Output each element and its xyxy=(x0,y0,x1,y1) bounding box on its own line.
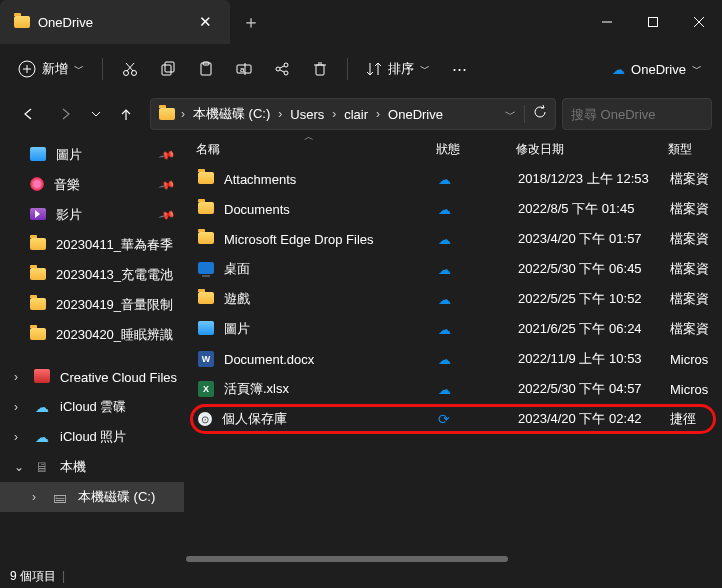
active-tab[interactable]: OneDrive ✕ xyxy=(0,0,230,44)
svg-point-8 xyxy=(132,71,137,76)
chevron-right-icon: › xyxy=(179,107,187,121)
sidebar-item[interactable]: 20230413_充電電池 xyxy=(0,260,184,290)
sidebar-item-label: 20230419_音量限制 xyxy=(56,296,173,314)
paste-button[interactable] xyxy=(189,55,223,83)
chevron-down-icon[interactable]: ﹀ xyxy=(505,107,516,122)
sidebar-item[interactable]: 圖片📌 xyxy=(0,140,184,170)
item-count: 9 個項目 xyxy=(10,568,56,585)
sidebar-item[interactable]: 20230419_音量限制 xyxy=(0,290,184,320)
cloud-icon: ☁ xyxy=(438,352,451,367)
file-type: 檔案資 xyxy=(670,320,722,338)
file-date: 2018/12/23 上午 12:53 xyxy=(518,170,670,188)
file-type: 檔案資 xyxy=(670,230,722,248)
music-icon xyxy=(30,177,44,194)
crumb-clair[interactable]: clair xyxy=(342,107,370,122)
file-row[interactable]: Attachments ☁ 2018/12/23 上午 12:53 檔案資 xyxy=(184,164,722,194)
file-row[interactable]: 桌面 ☁ 2022/5/30 下午 06:45 檔案資 xyxy=(184,254,722,284)
icloud-icon: ☁ xyxy=(34,399,50,415)
file-name: 圖片 xyxy=(224,320,250,338)
search-box[interactable] xyxy=(562,98,712,130)
share-button[interactable] xyxy=(265,55,299,83)
new-button[interactable]: 新增 ﹀ xyxy=(10,54,92,84)
crumb-drive[interactable]: 本機磁碟 (C:) xyxy=(191,105,272,123)
folder-icon xyxy=(30,328,46,343)
recent-button[interactable] xyxy=(86,98,106,130)
column-type[interactable]: 類型 xyxy=(668,142,692,156)
divider: | xyxy=(62,569,65,583)
sidebar-item[interactable]: › ☁ iCloud 雲碟 xyxy=(0,392,184,422)
cc-icon xyxy=(34,369,50,386)
forward-button[interactable] xyxy=(48,98,84,130)
crumb-users[interactable]: Users xyxy=(288,107,326,122)
sidebar-item[interactable]: 20230411_華為春季 xyxy=(0,230,184,260)
file-row[interactable]: Documents ☁ 2022/8/5 下午 01:45 檔案資 xyxy=(184,194,722,224)
onedrive-label: OneDrive xyxy=(631,62,686,77)
file-name: 活頁簿.xlsx xyxy=(224,380,289,398)
search-input[interactable] xyxy=(571,107,722,122)
column-date[interactable]: 修改日期 xyxy=(516,142,564,156)
horizontal-scrollbar[interactable] xyxy=(186,554,722,564)
maximize-button[interactable] xyxy=(630,0,676,44)
sidebar-item[interactable]: 音樂📌 xyxy=(0,170,184,200)
file-type: Micros xyxy=(670,382,722,397)
excel-icon: X xyxy=(198,381,214,397)
file-date: 2022/11/9 上午 10:53 xyxy=(518,350,670,368)
sidebar-item-drive[interactable]: › 🖴 本機磁碟 (C:) xyxy=(0,482,184,512)
delete-button[interactable] xyxy=(303,55,337,83)
cut-button[interactable] xyxy=(113,55,147,83)
cloud-icon: ☁ xyxy=(438,172,451,187)
back-button[interactable] xyxy=(10,98,46,130)
new-tab-button[interactable]: ＋ xyxy=(230,10,272,34)
file-date: 2022/5/30 下午 06:45 xyxy=(518,260,670,278)
file-type: Micros xyxy=(670,352,722,367)
video-icon xyxy=(30,208,46,223)
column-name[interactable]: 名稱 xyxy=(196,141,220,158)
file-row[interactable]: X 活頁簿.xlsx ☁ 2022/5/30 下午 04:57 Micros xyxy=(184,374,722,404)
svg-point-18 xyxy=(284,63,288,67)
rename-button[interactable]: a xyxy=(227,55,261,83)
column-status[interactable]: 狀態 xyxy=(436,142,460,156)
file-name: 遊戲 xyxy=(224,290,250,308)
tab-close-icon[interactable]: ✕ xyxy=(195,9,216,35)
svg-line-9 xyxy=(127,63,134,71)
sidebar-item-pc[interactable]: ⌄ 🖥 本機 xyxy=(0,452,184,482)
folder-icon xyxy=(159,108,175,120)
sidebar: 圖片📌 音樂📌 影片📌 20230411_華為春季 20230413_充電電池 … xyxy=(0,134,184,564)
file-row[interactable]: 圖片 ☁ 2021/6/25 下午 06:24 檔案資 xyxy=(184,314,722,344)
file-row[interactable]: Microsoft Edge Drop Files ☁ 2023/4/20 下午… xyxy=(184,224,722,254)
svg-rect-12 xyxy=(165,62,174,72)
file-row[interactable]: W Document.docx ☁ 2022/11/9 上午 10:53 Mic… xyxy=(184,344,722,374)
sidebar-item[interactable]: › ☁ iCloud 照片 xyxy=(0,422,184,452)
divider xyxy=(102,58,103,80)
copy-button[interactable] xyxy=(151,55,185,83)
sidebar-item[interactable]: 影片📌 xyxy=(0,200,184,230)
chevron-right-icon: › xyxy=(14,370,24,384)
scrollbar-thumb[interactable] xyxy=(186,556,508,562)
column-header-row: 名稱 狀態 修改日期 類型 ︿ xyxy=(184,134,722,164)
more-button[interactable]: ⋯ xyxy=(442,54,476,84)
breadcrumb[interactable]: › 本機磁碟 (C:) › Users › clair › OneDrive ﹀ xyxy=(150,98,556,130)
drive-icon: 🖴 xyxy=(52,489,68,505)
file-row[interactable]: 遊戲 ☁ 2022/5/25 下午 10:52 檔案資 xyxy=(184,284,722,314)
sidebar-item-label: 影片 xyxy=(56,206,82,224)
up-button[interactable] xyxy=(108,98,144,130)
sidebar-item[interactable]: 20230420_睡眠辨識 xyxy=(0,320,184,350)
close-button[interactable] xyxy=(676,0,722,44)
chevron-down-icon: ﹀ xyxy=(74,62,84,76)
svg-point-20 xyxy=(284,71,288,75)
sort-button[interactable]: 排序 ﹀ xyxy=(358,54,438,84)
minimize-button[interactable] xyxy=(584,0,630,44)
file-rows: Attachments ☁ 2018/12/23 上午 12:53 檔案資 Do… xyxy=(184,164,722,554)
svg-rect-23 xyxy=(316,65,324,75)
refresh-button[interactable] xyxy=(533,105,547,123)
cloud-icon: ☁ xyxy=(438,382,451,397)
file-row[interactable]: ⊙ 個人保存庫 ⟳ 2023/4/20 下午 02:42 捷徑 xyxy=(190,404,716,434)
sidebar-item[interactable]: › Creative Cloud Files xyxy=(0,362,184,392)
file-type: 檔案資 xyxy=(670,200,722,218)
sidebar-item-label: iCloud 照片 xyxy=(60,428,126,446)
image-icon xyxy=(198,321,214,338)
crumb-onedrive[interactable]: OneDrive xyxy=(386,107,445,122)
onedrive-status-button[interactable]: ☁ OneDrive ﹀ xyxy=(602,56,712,83)
sidebar-item-label: 圖片 xyxy=(56,146,82,164)
pin-icon: 📌 xyxy=(158,176,177,194)
